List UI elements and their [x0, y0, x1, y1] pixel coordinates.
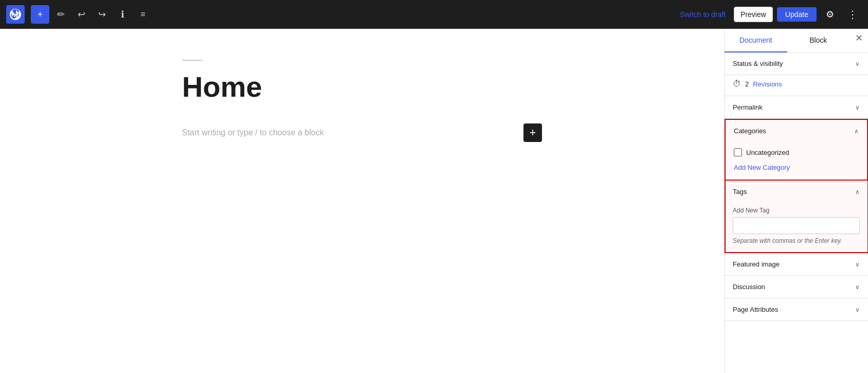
undo-button[interactable]: ↩ — [72, 5, 91, 24]
sidebar-tabs: Document Block ✕ — [725, 29, 868, 52]
add-tag-label: Add New Tag — [733, 207, 860, 214]
settings-button[interactable]: ⚙ — [821, 5, 839, 24]
uncategorized-label: Uncategorized — [746, 149, 789, 156]
redo-button[interactable]: ↪ — [93, 5, 111, 24]
close-sidebar-button[interactable]: ✕ — [849, 29, 868, 47]
edit-button[interactable]: ✏ — [51, 5, 70, 24]
status-visibility-header[interactable]: Status & visibility ∨ — [725, 52, 868, 75]
revisions-row: ⏱ 2 Revisions — [725, 75, 868, 96]
more-options-button[interactable]: ⋮ — [843, 5, 862, 24]
category-item-uncategorized: Uncategorized — [734, 146, 859, 158]
tab-block[interactable]: Block — [787, 29, 850, 52]
revisions-link[interactable]: Revisions — [753, 80, 782, 88]
permalink-header[interactable]: Permalink ∨ — [725, 96, 868, 118]
info-icon: ℹ — [121, 9, 124, 20]
categories-section: Categories ∧ Uncategorized Add New Categ… — [725, 119, 868, 181]
revisions-clock-icon: ⏱ — [733, 79, 741, 88]
status-visibility-chevron: ∨ — [855, 60, 860, 67]
discussion-title: Discussion — [733, 283, 765, 291]
page-attributes-title: Page Attributes — [733, 306, 778, 313]
toolbar-right: Switch to draft Preview Update ⚙ ⋮ — [676, 5, 862, 24]
featured-image-title: Featured image — [733, 260, 780, 268]
update-button[interactable]: Update — [777, 7, 817, 22]
editor-placeholder: Start writing or type / to choose a bloc… — [182, 128, 515, 137]
featured-image-chevron: ∨ — [855, 261, 860, 268]
tags-chevron: ∧ — [855, 188, 860, 196]
categories-header[interactable]: Categories ∧ — [726, 120, 867, 142]
editor-content: Home Start writing or type / to choose a… — [182, 60, 542, 142]
undo-icon: ↩ — [78, 9, 85, 20]
more-icon: ⋮ — [847, 8, 858, 21]
featured-image-header[interactable]: Featured image ∨ — [725, 253, 868, 275]
revisions-section: ⏱ 2 Revisions — [725, 75, 868, 96]
tag-input[interactable] — [733, 217, 860, 234]
main-layout: Home Start writing or type / to choose a… — [0, 29, 868, 373]
page-attributes-chevron: ∨ — [855, 306, 860, 313]
permalink-title: Permalink — [733, 103, 763, 111]
categories-chevron: ∧ — [854, 128, 859, 135]
categories-content: Uncategorized Add New Category — [726, 142, 867, 180]
page-attributes-section: Page Attributes ∨ — [725, 298, 868, 321]
add-block-button[interactable]: + — [31, 5, 49, 24]
plus-icon: + — [530, 126, 536, 139]
close-icon: ✕ — [855, 32, 863, 44]
editor-title[interactable]: Home — [182, 71, 542, 103]
redo-icon: ↪ — [98, 9, 106, 20]
editor-area: Home Start writing or type / to choose a… — [0, 29, 724, 373]
list-icon: ≡ — [140, 10, 145, 19]
editor-separator — [182, 60, 203, 61]
uncategorized-checkbox[interactable] — [734, 148, 742, 156]
editor-placeholder-row: Start writing or type / to choose a bloc… — [182, 123, 542, 142]
wp-logo — [6, 5, 25, 24]
info-button[interactable]: ℹ — [113, 5, 132, 24]
tags-content: Add New Tag Separate with commas or the … — [725, 203, 868, 253]
tab-document[interactable]: Document — [725, 29, 787, 52]
discussion-header[interactable]: Discussion ∨ — [725, 276, 868, 298]
tags-title: Tags — [733, 188, 747, 196]
status-visibility-title: Status & visibility — [733, 60, 783, 67]
discussion-section: Discussion ∨ — [725, 276, 868, 298]
permalink-section: Permalink ∨ — [725, 96, 868, 119]
revisions-count: 2 — [745, 80, 749, 88]
tags-header[interactable]: Tags ∧ — [725, 181, 868, 203]
wp-logo-icon — [10, 9, 21, 20]
list-view-button[interactable]: ≡ — [134, 5, 152, 24]
status-visibility-section: Status & visibility ∨ — [725, 52, 868, 75]
switch-draft-button[interactable]: Switch to draft — [676, 7, 730, 22]
permalink-chevron: ∨ — [855, 104, 860, 111]
discussion-chevron: ∨ — [855, 283, 860, 291]
tag-hint: Separate with commas or the Enter key. — [733, 237, 860, 244]
settings-icon: ⚙ — [826, 9, 834, 20]
pencil-icon: ✏ — [57, 9, 65, 20]
categories-title: Categories — [734, 127, 766, 135]
sidebar: Document Block ✕ Status & visibility ∨ ⏱… — [724, 29, 868, 373]
toolbar: + ✏ ↩ ↪ ℹ ≡ Switch to draft Preview Upda… — [0, 0, 868, 29]
preview-button[interactable]: Preview — [734, 7, 773, 22]
inline-add-block-button[interactable]: + — [523, 123, 542, 142]
featured-image-section: Featured image ∨ — [725, 253, 868, 276]
tags-section: Tags ∧ Add New Tag Separate with commas … — [725, 181, 868, 253]
page-attributes-header[interactable]: Page Attributes ∨ — [725, 298, 868, 321]
add-new-category-link[interactable]: Add New Category — [734, 164, 859, 171]
